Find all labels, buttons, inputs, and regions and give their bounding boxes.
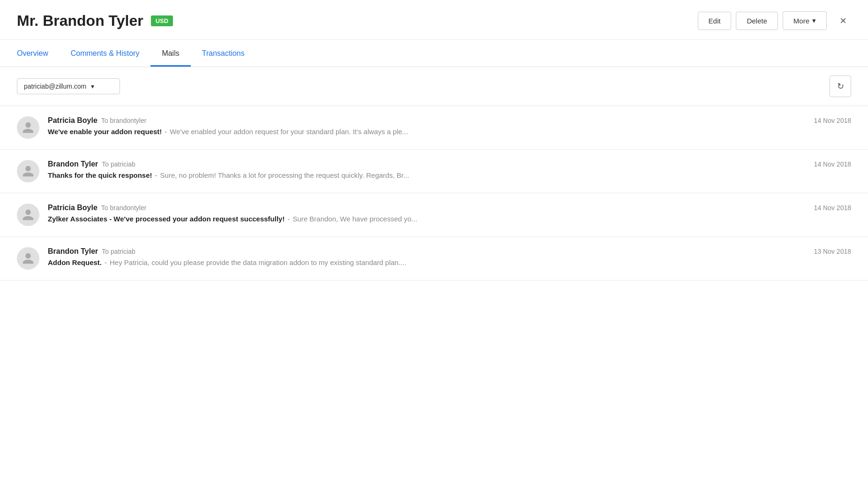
sender-name: Brandon Tyler: [48, 247, 98, 256]
mail-date: 14 Nov 2018: [814, 117, 851, 124]
tab-transactions[interactable]: Transactions: [191, 40, 256, 67]
mail-list: Patricia Boyle To brandontyler 14 Nov 20…: [0, 106, 868, 280]
mail-preview: Sure, no problem! Thanks a lot for proce…: [160, 171, 409, 179]
mail-separator: -: [105, 258, 107, 266]
mail-date: 14 Nov 2018: [814, 204, 851, 212]
mail-preview: Sure Brandon, We have processed yo...: [292, 215, 417, 223]
close-button[interactable]: ×: [835, 12, 851, 29]
mail-item[interactable]: Patricia Boyle To brandontyler 14 Nov 20…: [0, 106, 868, 150]
mail-item[interactable]: Patricia Boyle To brandontyler 14 Nov 20…: [0, 193, 868, 237]
mail-to: To patriciab: [102, 248, 135, 255]
mail-subject: Thanks for the quick response!: [48, 171, 152, 179]
mail-content: Brandon Tyler To patriciab 13 Nov 2018 A…: [48, 247, 851, 266]
header-actions: Edit Delete More ▾ ×: [698, 11, 851, 30]
sender-name: Patricia Boyle: [48, 204, 97, 212]
tab-bar: Overview Comments & History Mails Transa…: [0, 40, 868, 67]
mail-header-row: Patricia Boyle To brandontyler 14 Nov 20…: [48, 204, 851, 212]
email-filter-dropdown[interactable]: patriciab@zillum.com ▾: [17, 78, 120, 94]
mail-separator: -: [287, 215, 290, 223]
avatar: [17, 204, 39, 226]
header-left: Mr. Brandon Tyler USD: [17, 12, 173, 30]
currency-badge: USD: [151, 15, 173, 26]
page-header: Mr. Brandon Tyler USD Edit Delete More ▾…: [0, 0, 868, 40]
mail-body: Thanks for the quick response! - Sure, n…: [48, 171, 851, 179]
mail-body: Zylker Associates - We've processed your…: [48, 215, 851, 223]
mail-header-row: Patricia Boyle To brandontyler 14 Nov 20…: [48, 116, 851, 125]
mail-sender-info: Brandon Tyler To patriciab: [48, 247, 135, 256]
delete-button[interactable]: Delete: [736, 12, 778, 30]
mail-sender-info: Patricia Boyle To brandontyler: [48, 204, 146, 212]
tab-comments-history[interactable]: Comments & History: [60, 40, 151, 67]
mail-sender-info: Patricia Boyle To brandontyler: [48, 116, 146, 125]
mail-content: Brandon Tyler To patriciab 14 Nov 2018 T…: [48, 160, 851, 179]
mail-toolbar: patriciab@zillum.com ▾ ↻: [0, 67, 868, 106]
mail-content: Patricia Boyle To brandontyler 14 Nov 20…: [48, 204, 851, 223]
mail-subject: Zylker Associates - We've processed your…: [48, 215, 284, 223]
tab-mails[interactable]: Mails: [150, 40, 190, 67]
sender-name: Patricia Boyle: [48, 116, 97, 125]
more-label: More: [793, 17, 809, 25]
tab-overview[interactable]: Overview: [17, 40, 60, 67]
mail-separator: -: [155, 171, 157, 179]
sender-name: Brandon Tyler: [48, 160, 98, 168]
mail-date: 13 Nov 2018: [814, 248, 851, 255]
mail-to: To brandontyler: [101, 117, 147, 124]
email-filter-value: patriciab@zillum.com: [24, 83, 86, 90]
mail-body: Addon Request. - Hey Patricia, could you…: [48, 258, 851, 266]
chevron-down-icon: ▾: [812, 16, 816, 25]
avatar: [17, 160, 39, 182]
refresh-icon: ↻: [837, 81, 844, 91]
refresh-button[interactable]: ↻: [830, 76, 851, 97]
mail-subject: We've enable your addon request!: [48, 128, 162, 136]
edit-button[interactable]: Edit: [698, 12, 732, 30]
mail-subject: Addon Request.: [48, 258, 102, 266]
mail-preview: Hey Patricia, could you please provide t…: [110, 258, 406, 266]
mail-to: To patriciab: [102, 160, 135, 168]
mail-preview: We've enabled your addon request for you…: [170, 128, 408, 136]
mail-header-row: Brandon Tyler To patriciab 13 Nov 2018: [48, 247, 851, 256]
mail-item[interactable]: Brandon Tyler To patriciab 14 Nov 2018 T…: [0, 150, 868, 193]
mail-to: To brandontyler: [101, 204, 147, 212]
avatar: [17, 247, 39, 270]
mail-body: We've enable your addon request! - We've…: [48, 128, 851, 136]
mail-date: 14 Nov 2018: [814, 160, 851, 168]
page-title: Mr. Brandon Tyler: [17, 12, 143, 30]
mail-sender-info: Brandon Tyler To patriciab: [48, 160, 135, 168]
mail-separator: -: [165, 128, 167, 136]
mail-item[interactable]: Brandon Tyler To patriciab 13 Nov 2018 A…: [0, 237, 868, 280]
avatar: [17, 116, 39, 139]
more-button[interactable]: More ▾: [783, 11, 827, 30]
mail-header-row: Brandon Tyler To patriciab 14 Nov 2018: [48, 160, 851, 168]
mail-content: Patricia Boyle To brandontyler 14 Nov 20…: [48, 116, 851, 136]
dropdown-arrow-icon: ▾: [91, 83, 94, 90]
